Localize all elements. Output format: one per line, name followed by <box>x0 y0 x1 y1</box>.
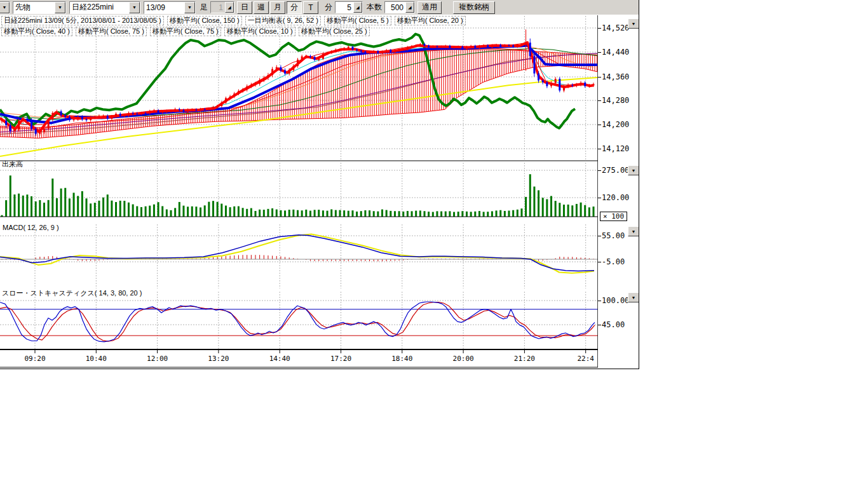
price-axis-label-5: 14,120 <box>602 144 629 153</box>
chevron-down-icon[interactable]: ▼ <box>184 2 195 13</box>
legend-item-row1-2[interactable]: 一目均衡表( 9, 26, 52 ) <box>245 16 321 25</box>
contract-select[interactable]: 13/09 ▼ <box>144 1 196 14</box>
stoch-axis-tick-1 <box>598 325 601 325</box>
legend-item-row1-1[interactable]: 移動平均( Close, 150 ) <box>167 16 242 25</box>
price-axis-tick-5 <box>598 149 601 149</box>
category-select[interactable]: 先物 ▼ <box>13 1 66 14</box>
bar-count-value: 500 <box>385 3 405 12</box>
legend-item-row2-3[interactable]: 移動平均( Close, 10 ) <box>224 27 295 36</box>
price-axis-label-3: 14,280 <box>602 96 629 105</box>
period-button-group: 日週月分T <box>237 1 320 14</box>
period-button-分[interactable]: 分 <box>287 1 302 14</box>
legend-item-row1-3[interactable]: 移動平均( Close, 5 ) <box>324 16 391 25</box>
chevron-down-icon[interactable]: ▼ <box>0 2 10 13</box>
price-axis-tick-2 <box>598 77 601 78</box>
minute-value: 5 <box>336 3 353 12</box>
pane-dropdown-button-1[interactable]: ▼ <box>628 165 639 175</box>
volume-axis-tick-1 <box>598 198 601 198</box>
stoch-axis-label-1: 45.00 <box>602 320 625 329</box>
legend-item-row2-4[interactable]: 移動平均( Close, 25 ) <box>299 27 370 36</box>
price-axis-label-0: 14,520 <box>602 24 629 32</box>
chart-canvas[interactable] <box>0 15 598 369</box>
macd-axis-tick-0 <box>598 236 601 236</box>
pane-dropdown-button-2[interactable]: ▼ <box>628 226 639 236</box>
minute-spinner[interactable]: 5 ◢ <box>335 1 363 13</box>
macd-pane-label: MACD( 12, 26, 9 ) <box>3 224 59 231</box>
symbol-select[interactable]: 日経225mini ▼ <box>69 1 140 14</box>
apply-button[interactable]: 適用 <box>417 1 442 14</box>
pane-dropdown-button-0[interactable]: ▼ <box>628 18 639 29</box>
bar-interval-spinner: 1 ◢ <box>210 1 234 13</box>
time-axis-label-9: 22:4 <box>577 355 594 363</box>
time-axis-label-6: 18:40 <box>391 355 412 363</box>
stoch-axis-label-0: 100.00 <box>602 296 629 305</box>
bar-count-spinner[interactable]: 500 ◢ <box>384 1 415 13</box>
symbol-select-value: 日経225mini <box>70 2 129 13</box>
price-axis-tick-1 <box>598 52 601 53</box>
toolbar: ▼ 先物 ▼ 日経225mini ▼ 13/09 ▼ 足 1 ◢ 日週月分T 分… <box>0 0 639 15</box>
chart-app-window: ▼ 先物 ▼ 日経225mini ▼ 13/09 ▼ 足 1 ◢ 日週月分T 分… <box>0 0 639 369</box>
macd-axis-tick-1 <box>598 262 601 262</box>
bar-type-label: 足 <box>200 2 208 13</box>
volume-axis-label-1: 120.00 <box>602 193 629 202</box>
time-axis-label-7: 20:00 <box>453 355 474 363</box>
time-axis-label-0: 09:20 <box>24 355 45 363</box>
period-button-週[interactable]: 週 <box>254 1 269 14</box>
price-axis-tick-0 <box>598 28 601 29</box>
chevron-down-icon[interactable]: ▼ <box>55 2 65 13</box>
volume-axis-label-0: 275.00 <box>602 166 629 175</box>
volume-multiplier-box: × 100 <box>600 212 627 221</box>
time-axis-label-8: 21:20 <box>514 355 535 363</box>
macd-axis-label-1: -5.00 <box>602 257 625 266</box>
period-button-T[interactable]: T <box>303 1 318 14</box>
legend-item-row2-2[interactable]: 移動平均( Close, 75 ) <box>150 27 221 36</box>
time-axis-label-5: 17:20 <box>330 355 351 363</box>
indicator-legend: 日経225mini 13/09( 5分, 2013/08/01 - 2013/0… <box>1 16 595 37</box>
time-axis-label-1: 10:40 <box>86 355 107 363</box>
legend-item-row2-0[interactable]: 移動平均( Close, 40 ) <box>1 27 72 36</box>
price-axis-tick-4 <box>598 125 601 125</box>
bar-interval-value: 1 <box>211 3 225 12</box>
period-button-日[interactable]: 日 <box>237 1 252 14</box>
multi-symbol-button[interactable]: 複数銘柄 <box>453 1 495 14</box>
pane-dropdown-button-3[interactable]: ▼ <box>628 292 639 302</box>
time-axis-label-4: 14:40 <box>269 355 290 363</box>
legend-item-row2-1[interactable]: 移動平均( Close, 75 ) <box>76 27 147 36</box>
volume-pane-label: 出来高 <box>2 159 23 169</box>
time-axis-label-3: 13:20 <box>208 355 229 363</box>
chevron-down-icon[interactable]: ▼ <box>129 2 140 13</box>
stoch-pane-label: スロー・ストキャスティクス( 14, 3, 80, 20 ) <box>2 288 142 298</box>
legend-item-row1-0[interactable]: 日経225mini 13/09( 5分, 2013/08/01 - 2013/0… <box>1 16 164 25</box>
legend-item-row1-4[interactable]: 移動平均( Close, 20 ) <box>395 16 466 25</box>
chart-region: 日経225mini 13/09( 5分, 2013/08/01 - 2013/0… <box>0 15 639 369</box>
minute-label: 分 <box>325 2 332 13</box>
left-combo-collapsed[interactable]: ▼ <box>0 1 10 14</box>
period-button-月[interactable]: 月 <box>270 1 285 14</box>
price-axis-tick-3 <box>598 100 601 101</box>
volume-axis-tick-0 <box>598 170 601 171</box>
price-axis-label-1: 14,440 <box>602 48 629 57</box>
contract-select-value: 13/09 <box>144 3 184 12</box>
stoch-axis-tick-0 <box>598 301 601 301</box>
macd-axis-label-0: 55.00 <box>602 231 625 240</box>
bar-count-label: 本数 <box>367 2 382 13</box>
time-axis-label-2: 12:00 <box>147 355 168 363</box>
spinner-wedge-icon: ◢ <box>225 2 234 13</box>
price-axis-label-4: 14,200 <box>602 120 629 129</box>
spinner-wedge-icon[interactable]: ◢ <box>353 2 362 13</box>
category-select-value: 先物 <box>13 2 55 13</box>
spinner-wedge-icon[interactable]: ◢ <box>405 2 414 13</box>
price-axis-label-2: 14,360 <box>602 72 629 81</box>
